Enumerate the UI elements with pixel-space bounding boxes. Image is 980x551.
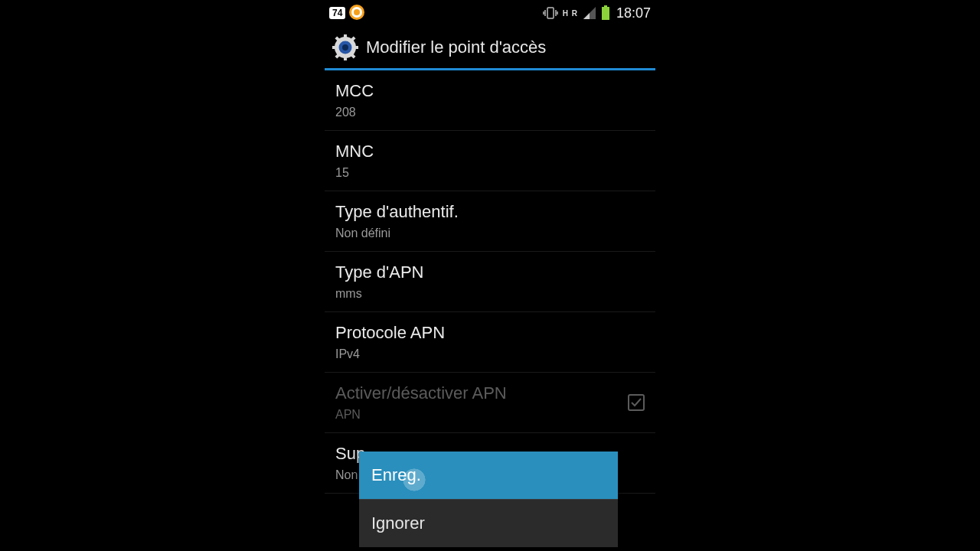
row-value: 15 — [335, 166, 645, 180]
menu-item-label: Enreg. — [371, 465, 421, 484]
row-value: mms — [335, 287, 645, 301]
row-apn-protocol[interactable]: Protocole APN IPv4 — [325, 312, 655, 373]
row-value: 208 — [335, 106, 645, 119]
svg-rect-9 — [354, 46, 358, 49]
svg-rect-2 — [547, 8, 554, 18]
menu-item-discard[interactable]: Ignorer — [359, 500, 618, 547]
page-title: Modifier le point d'accès — [366, 37, 546, 57]
row-value: APN — [335, 408, 645, 422]
row-title: Type d'APN — [335, 262, 645, 282]
vibrate-icon — [543, 5, 558, 21]
row-apn-type[interactable]: Type d'APN mms — [325, 252, 655, 312]
row-value: IPv4 — [335, 347, 645, 361]
svg-rect-7 — [344, 57, 347, 60]
svg-rect-4 — [602, 7, 609, 20]
settings-list[interactable]: MCC 208 MNC 15 Type d'authentif. Non déf… — [325, 70, 655, 494]
menu-item-label: Ignorer — [371, 514, 425, 533]
clock: 18:07 — [616, 5, 651, 21]
row-title: MNC — [335, 142, 645, 161]
checkbox-icon[interactable] — [628, 394, 645, 411]
row-title: Type d'authentif. — [335, 202, 645, 222]
context-menu: Enreg. Ignorer — [359, 452, 618, 547]
gear-icon — [332, 34, 358, 60]
svg-rect-16 — [629, 395, 644, 410]
status-bar: 74 H R 18:07 — [325, 0, 655, 26]
network-type-label: H R — [563, 10, 578, 17]
menu-item-save[interactable]: Enreg. — [359, 452, 618, 499]
row-value: Non défini — [335, 227, 645, 240]
row-title: Activer/désactiver APN — [335, 383, 645, 403]
status-left: 74 — [329, 4, 365, 23]
notification-icon — [348, 4, 365, 23]
svg-rect-8 — [332, 46, 336, 49]
svg-point-15 — [342, 44, 348, 51]
row-title: MCC — [335, 81, 645, 101]
action-bar: Modifier le point d'accès — [325, 26, 655, 70]
row-auth-type[interactable]: Type d'authentif. Non défini — [325, 191, 655, 252]
row-apn-enable[interactable]: Activer/désactiver APN APN — [325, 373, 655, 433]
battery-icon — [601, 5, 610, 21]
row-title: Protocole APN — [335, 323, 645, 343]
battery-badge: 74 — [329, 7, 345, 19]
battery-percent: 74 — [332, 8, 342, 18]
svg-rect-3 — [604, 5, 607, 7]
row-mnc[interactable]: MNC 15 — [325, 131, 655, 191]
status-right: H R 18:07 — [543, 5, 651, 21]
svg-rect-6 — [344, 34, 347, 38]
signal-icon — [583, 6, 596, 20]
row-mcc[interactable]: MCC 208 — [325, 70, 655, 131]
